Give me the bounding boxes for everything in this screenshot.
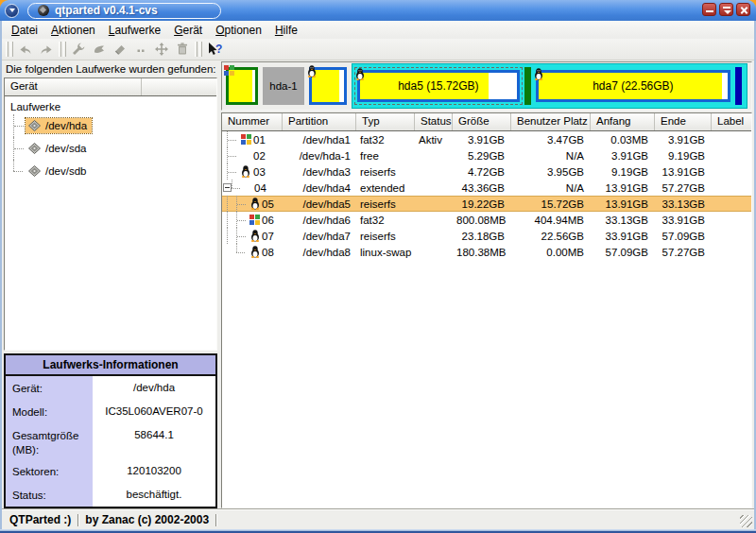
table-row-hda4[interactable]: 04 /dev/hda4 extended 43.36GB N/A 13.91G… — [222, 180, 751, 196]
device-label: /dev/sdb — [45, 165, 86, 177]
collapse-expander-icon[interactable] — [223, 183, 232, 192]
info-label: Gesamtgröße (MB): — [6, 423, 93, 459]
redo-button[interactable] — [36, 40, 57, 59]
drive-info-title: Laufwerks-Informationen — [6, 355, 215, 376]
column-header-partition[interactable]: Partition — [283, 113, 356, 130]
column-header-typ[interactable]: Typ — [356, 113, 415, 130]
devices-found-label: Die folgenden Laufwerke wurden gefunden: — [4, 61, 217, 77]
partition-segment-hda7[interactable]: hda7 (22.56GB) — [536, 70, 730, 102]
tux-icon — [250, 246, 260, 258]
partition-segment-hda5[interactable]: hda5 (15.72GB) — [357, 70, 520, 102]
titlebar[interactable]: qtparted v0.4.1-cvs — [0, 0, 756, 21]
table-row-hda6[interactable]: 06 /dev/hda6 fat32 800.08MB 404.94MB 33.… — [222, 212, 751, 228]
tux-icon — [241, 165, 250, 178]
column-header-anfang[interactable]: Anfang — [591, 113, 655, 130]
table-row-hda7[interactable]: 07 /dev/hda7 reiserfs 23.18GB 22.56GB 33… — [222, 228, 751, 244]
tree-item-dev-sdb[interactable]: /dev/sdb — [9, 160, 216, 182]
qtparted-app-icon — [38, 5, 49, 16]
toolbar: ? — [2, 39, 754, 60]
move-button[interactable] — [151, 40, 172, 59]
menu-geraet[interactable]: Gerät — [167, 23, 209, 38]
table-row-hda1[interactable]: 01 /dev/hda1 fat32 Aktiv 3.91GB 3.47GB 0… — [222, 131, 751, 147]
device-tree: Gerät Laufwerke — [4, 77, 217, 351]
partition-segment-hda6[interactable] — [524, 67, 531, 105]
column-header-ende[interactable]: Ende — [655, 113, 712, 130]
menu-laufwerke[interactable]: Laufwerke — [102, 23, 167, 38]
info-label: Sektoren: — [6, 459, 93, 483]
minimize-button[interactable] — [702, 3, 716, 16]
tux-icon — [534, 68, 543, 80]
menu-aktionen[interactable]: Aktionen — [44, 23, 102, 38]
property-button[interactable] — [68, 40, 89, 59]
wrench-icon — [71, 42, 86, 57]
device-panel: Die folgenden Laufwerke wurden gefunden:… — [4, 61, 217, 508]
partition-table: Nummer Partition Typ Status Größe Benutz… — [221, 112, 752, 508]
column-header-benutzer-platz[interactable]: Benutzer Platz — [511, 113, 591, 130]
free-space-label: hda-1 — [269, 80, 297, 92]
maximize-button[interactable] — [719, 3, 733, 16]
tree-item-dev-sda[interactable]: /dev/sda — [9, 137, 216, 160]
windows-logo-icon — [249, 215, 260, 225]
window-title: qtparted v0.4.1-cvs — [55, 4, 158, 17]
column-header-nummer[interactable]: Nummer — [222, 113, 283, 130]
tux-icon — [250, 230, 260, 242]
table-row-hda5[interactable]: 05 /dev/hda5 reiserfs 19.22GB 15.72GB 13… — [222, 196, 751, 212]
hda5-label: hda5 (15.72GB) — [360, 73, 517, 99]
hard-disk-icon — [28, 120, 41, 131]
delete-button[interactable] — [110, 40, 130, 59]
drive-info-panel: Laufwerks-Informationen Gerät: /dev/hda … — [4, 353, 217, 508]
info-value: beschäftigt. — [93, 483, 215, 507]
resize-button[interactable] — [130, 40, 151, 59]
info-label: Gerät: — [6, 376, 93, 400]
trash-button[interactable] — [172, 40, 193, 59]
status-message: QTParted :) — [6, 513, 75, 526]
partition-segment-hda8[interactable] — [735, 67, 742, 105]
minimize-icon — [706, 10, 713, 12]
table-row-hda3[interactable]: 03 /dev/hda3 reiserfs 4.72GB 3.95GB 9.19… — [222, 163, 751, 180]
trash-icon — [175, 42, 190, 57]
status-separator — [215, 514, 216, 526]
info-value: /dev/hda — [93, 376, 215, 400]
column-header-empty[interactable] — [142, 78, 216, 95]
close-button[interactable] — [736, 3, 750, 16]
info-row-status: Status: beschäftigt. — [6, 483, 215, 507]
partition-segment-hda1[interactable] — [226, 67, 258, 105]
table-row-free[interactable]: 02 /dev/hda-1 free 5.29GB N/A 3.91GB 9.1… — [222, 147, 751, 163]
svg-text:?: ? — [215, 43, 222, 56]
column-header-status[interactable]: Status — [415, 113, 453, 130]
partition-segment-hda3[interactable] — [309, 67, 347, 105]
info-value: 58644.1 — [93, 423, 215, 459]
menu-optionen[interactable]: Optionen — [209, 23, 268, 38]
column-header-groesse[interactable]: Größe — [453, 113, 511, 130]
info-value: 120103200 — [93, 459, 215, 483]
title-capsule: qtparted v0.4.1-cvs — [27, 3, 221, 19]
format-button[interactable] — [89, 40, 110, 59]
window-controls — [702, 3, 750, 16]
device-tree-body: Laufwerke /dev/hda — [5, 96, 216, 350]
partition-table-header: Nummer Partition Typ Status Größe Benutz… — [222, 113, 751, 131]
tree-item-dev-hda[interactable]: /dev/hda — [9, 114, 216, 137]
hard-disk-icon — [28, 165, 41, 177]
table-row-hda8[interactable]: 08 /dev/hda8 linux-swap 180.38MB 0.00MB … — [222, 244, 751, 260]
undo-button[interactable] — [15, 40, 36, 59]
info-row-geraet: Gerät: /dev/hda — [6, 376, 215, 400]
window-menu-button[interactable] — [5, 4, 19, 18]
client-area: Datei Aktionen Laufwerke Gerät Optionen … — [0, 21, 756, 529]
info-label: Modell: — [6, 400, 93, 423]
qtparted-window: qtparted v0.4.1-cvs Datei Aktionen Laufw… — [0, 0, 756, 533]
partition-segment-free[interactable]: hda-1 — [263, 67, 304, 105]
whats-this-button[interactable]: ? — [204, 40, 225, 59]
menu-datei[interactable]: Datei — [5, 23, 44, 38]
hda7-label: hda7 (22.56GB) — [539, 73, 728, 99]
menu-hilfe[interactable]: Hilfe — [268, 23, 304, 38]
paint-blob-icon — [92, 42, 107, 57]
move-cross-icon — [154, 42, 169, 57]
column-header-geraet[interactable]: Gerät — [5, 78, 142, 95]
tree-root-laufwerke[interactable]: Laufwerke — [9, 99, 216, 114]
column-header-label[interactable]: Label — [712, 113, 751, 130]
resize-grip[interactable] — [740, 515, 752, 527]
tree-branch — [13, 114, 26, 137]
window-bottom-frame — [0, 529, 756, 533]
toolbar-grip[interactable] — [6, 42, 9, 57]
tree-branch — [13, 137, 26, 160]
